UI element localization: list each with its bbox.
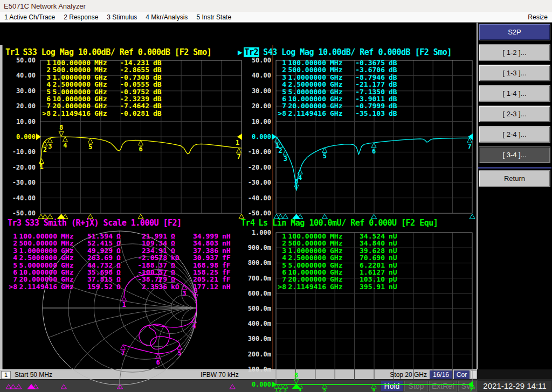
marker-cell: fF <box>218 269 236 276</box>
softkey-2-3[interactable]: [ 2-3 ]... <box>479 106 550 122</box>
marker-cell: fF <box>218 262 236 269</box>
marker-cell: GHz <box>326 283 348 290</box>
stimulus-marker <box>10 384 16 389</box>
marker-cell: -0.3675 <box>348 59 385 66</box>
marker-row: 720.000000GHz-7.4642dB <box>39 102 168 109</box>
svg-text:5: 5 <box>177 349 181 357</box>
marker-cell: 5 <box>39 88 51 95</box>
marker-cell: nH <box>218 240 236 247</box>
marker-row: >82.1149416GHz-0.0281dB <box>39 110 168 117</box>
marker-cell: MHz <box>57 233 79 240</box>
softkey-s2p[interactable]: S2P <box>479 24 550 40</box>
marker-cell: -21.177 <box>348 81 385 88</box>
marker-row: 55.0000000GHz-0.9752dB <box>39 88 168 95</box>
marker-cell: 3 <box>5 247 17 254</box>
svg-text:1: 1 <box>275 387 278 392</box>
resize-button[interactable]: Resize <box>528 13 548 21</box>
softkey-2-4[interactable]: [ 2-4 ]... <box>479 126 550 143</box>
svg-text:-40.00: -40.00 <box>12 194 36 202</box>
marker-cell: 1 <box>274 233 286 240</box>
marker-cell: 500.00000 <box>286 240 326 247</box>
marker-cell: 4 <box>274 254 286 261</box>
marker-row: 720.000000GHz37.815Ω-38.779Ω205.21fF <box>5 276 236 283</box>
tr1-title[interactable]: Tr1S33 Log Mag 10.00dB/ Ref 0.000dB [F2 … <box>5 47 211 57</box>
stimulus-marker <box>16 384 22 389</box>
marker-cell: -7.4642 <box>113 102 149 109</box>
svg-text:-20.00: -20.00 <box>248 164 271 171</box>
svg-text:3: 3 <box>48 143 52 150</box>
marker-row: 55.0000000GHz6.2201nU <box>274 262 404 269</box>
softkey-1-3[interactable]: [ 1-3 ]... <box>479 65 550 81</box>
marker-cell: 500.00000 <box>51 66 91 73</box>
marker-cell: 51.594 <box>79 233 113 240</box>
marker-cell: 20.000000 <box>17 276 57 283</box>
marker-cell: MHz <box>91 66 113 73</box>
marker-cell: -3.6706 <box>348 66 385 73</box>
marker-cell: dB <box>149 74 168 81</box>
softkey-1-4[interactable]: [ 1-4 ]... <box>479 85 550 102</box>
tr2-title[interactable]: ▶Tr2S43 Log Mag 10.00dB/ Ref 0.000dB [F2… <box>238 47 452 57</box>
marker-cell: GHz <box>326 269 348 276</box>
marker-cell: 35.698 <box>79 269 113 276</box>
window-titlebar: E5071C Network Analyzer <box>0 0 552 12</box>
svg-text:700.0m: 700.0m <box>248 275 271 282</box>
marker-cell: >8 <box>274 110 286 117</box>
svg-text:10.00: 10.00 <box>252 118 271 125</box>
marker-cell: 2.1149416 <box>286 283 326 290</box>
svg-text:-50.00: -50.00 <box>12 209 36 217</box>
softkey-3-4[interactable]: [ 3-4 ]... <box>479 146 550 163</box>
tr4-title[interactable]: Tr4Ls Lin Mag 100.0mU/ Ref 0.000U [F2 Eq… <box>241 218 438 228</box>
menu-bar: 1 Active Ch/Trace 2 Response 3 Stimulus … <box>0 12 552 23</box>
marker-cell: Ω <box>113 283 127 290</box>
svg-text:10.00: 10.00 <box>16 118 36 125</box>
marker-cell: GHz <box>91 88 113 95</box>
marker-cell: 70.690 <box>348 254 385 261</box>
marker-cell: 4 <box>274 81 286 88</box>
marker-cell: -2.3239 <box>113 95 149 102</box>
marker-cell: 103.10 <box>348 276 385 283</box>
tr1-marker-5 <box>88 138 93 143</box>
marker-cell: MHz <box>326 240 348 247</box>
menu-response[interactable]: 2 Response <box>64 13 98 21</box>
marker-row: 55.0000000GHz44.732Ω-188.37Ω168.98fF <box>5 262 236 269</box>
svg-text:8: 8 <box>294 372 298 379</box>
status-bar-gap <box>477 369 552 379</box>
marker-row: 1100.00000MHz-0.3675dB <box>274 59 404 66</box>
menu-mkr-analysis[interactable]: 4 Mkr/Analysis <box>146 13 188 21</box>
svg-text:5: 5 <box>323 152 327 160</box>
menu-instr-state[interactable]: 5 Instr State <box>196 13 231 21</box>
marker-cell: GHz <box>326 254 348 261</box>
marker-cell: Ω <box>167 233 185 240</box>
tr4-marker-table: 1100.00000MHz34.524nU2500.00000MHz34.840… <box>274 233 404 290</box>
menu-active-ch-trace[interactable]: 1 Active Ch/Trace <box>4 13 55 21</box>
marker-row: 42.5000000GHz263.69Ω-2.0578kΩ30.937fF <box>5 254 236 261</box>
svg-text:-10.00: -10.00 <box>12 148 36 156</box>
marker-cell: -0.0555 <box>113 81 149 88</box>
svg-text:500.0m: 500.0m <box>248 305 271 312</box>
softkey-1-2[interactable]: [ 1-2 ]... <box>479 44 550 61</box>
marker-cell: 10.000000 <box>286 95 326 102</box>
marker-cell: 7 <box>274 276 286 283</box>
marker-cell: 5.0000000 <box>286 262 326 269</box>
marker-cell: 10.000000 <box>17 269 57 276</box>
menu-stimulus[interactable]: 3 Stimulus <box>107 13 137 21</box>
tr1-marker-1 <box>39 158 44 163</box>
svg-text:50.00: 50.00 <box>16 57 36 64</box>
marker-cell: dB <box>385 66 404 73</box>
marker-cell: 2 <box>5 240 17 247</box>
marker-cell: -2.0578 <box>127 254 167 261</box>
marker-cell: GHz <box>57 276 79 283</box>
marker-cell: 109.34 <box>127 240 167 247</box>
tr1-marker-table: 1100.00000MHz-14.231dB2500.00000MHz-2.86… <box>39 59 168 117</box>
softkey-return[interactable]: Return <box>479 170 550 187</box>
svg-text:100.0m: 100.0m <box>248 366 271 373</box>
marker-cell: nH <box>218 247 236 254</box>
svg-text:800.0m: 800.0m <box>248 259 271 267</box>
marker-row: >82.1149416GHz395.91nU <box>274 283 404 290</box>
marker-row: 1100.00000MHz-14.231dB <box>39 59 168 66</box>
svg-text:0.000: 0.000 <box>252 381 271 388</box>
tr3-title[interactable]: Tr3S33 Smith (R+jX) Scale 1.000U [F2] <box>8 218 182 228</box>
marker-cell: GHz <box>326 95 348 102</box>
svg-text:0.000: 0.000 <box>252 133 271 141</box>
marker-cell: dB <box>149 95 168 102</box>
